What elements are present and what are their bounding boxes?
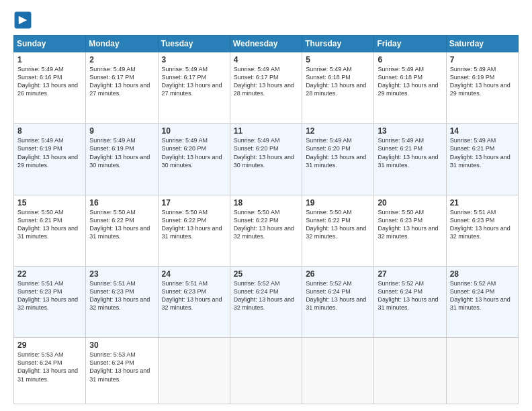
day-info: Sunrise: 5:53 AM Sunset: 6:24 PM Dayligh… (89, 351, 154, 383)
calendar-cell: 22 Sunrise: 5:51 AM Sunset: 6:23 PM Dayl… (14, 266, 86, 337)
week-row-5: 29 Sunrise: 5:53 AM Sunset: 6:24 PM Dayl… (14, 338, 519, 404)
day-info: Sunrise: 5:53 AM Sunset: 6:24 PM Dayligh… (17, 351, 82, 383)
calendar-cell: 30 Sunrise: 5:53 AM Sunset: 6:24 PM Dayl… (86, 338, 158, 404)
day-info: Sunrise: 5:50 AM Sunset: 6:22 PM Dayligh… (89, 208, 154, 241)
day-info: Sunrise: 5:49 AM Sunset: 6:16 PM Dayligh… (17, 65, 82, 98)
calendar-cell (158, 338, 230, 404)
day-number: 3 (162, 55, 226, 64)
day-info: Sunrise: 5:51 AM Sunset: 6:23 PM Dayligh… (17, 279, 82, 312)
calendar-cell: 12 Sunrise: 5:49 AM Sunset: 6:20 PM Dayl… (302, 124, 374, 195)
day-number: 15 (17, 198, 82, 208)
weekday-header-row: SundayMondayTuesdayWednesdayThursdayFrid… (14, 36, 519, 52)
calendar-cell: 18 Sunrise: 5:50 AM Sunset: 6:22 PM Dayl… (230, 195, 302, 266)
day-info: Sunrise: 5:52 AM Sunset: 6:24 PM Dayligh… (378, 279, 442, 312)
day-info: Sunrise: 5:50 AM Sunset: 6:21 PM Dayligh… (17, 208, 82, 241)
calendar-cell: 1 Sunrise: 5:49 AM Sunset: 6:16 PM Dayli… (14, 52, 86, 124)
day-number: 23 (89, 269, 154, 279)
calendar-cell: 8 Sunrise: 5:49 AM Sunset: 6:19 PM Dayli… (14, 124, 86, 195)
calendar-cell: 26 Sunrise: 5:52 AM Sunset: 6:24 PM Dayl… (302, 266, 374, 337)
calendar-cell: 10 Sunrise: 5:49 AM Sunset: 6:20 PM Dayl… (158, 124, 230, 195)
header (13, 11, 519, 30)
day-info: Sunrise: 5:51 AM Sunset: 6:23 PM Dayligh… (89, 279, 154, 312)
week-row-1: 1 Sunrise: 5:49 AM Sunset: 6:16 PM Dayli… (14, 52, 519, 124)
calendar-cell: 14 Sunrise: 5:49 AM Sunset: 6:21 PM Dayl… (446, 124, 518, 195)
day-info: Sunrise: 5:50 AM Sunset: 6:22 PM Dayligh… (162, 208, 226, 241)
day-number: 5 (306, 55, 370, 64)
calendar-cell: 27 Sunrise: 5:52 AM Sunset: 6:24 PM Dayl… (374, 266, 446, 337)
day-number: 30 (89, 340, 154, 350)
day-info: Sunrise: 5:49 AM Sunset: 6:20 PM Dayligh… (162, 136, 226, 169)
calendar-cell: 13 Sunrise: 5:49 AM Sunset: 6:21 PM Dayl… (374, 124, 446, 195)
day-info: Sunrise: 5:49 AM Sunset: 6:20 PM Dayligh… (306, 136, 370, 169)
calendar-cell: 23 Sunrise: 5:51 AM Sunset: 6:23 PM Dayl… (86, 266, 158, 337)
day-info: Sunrise: 5:49 AM Sunset: 6:19 PM Dayligh… (17, 136, 82, 169)
weekday-header-saturday: Saturday (446, 36, 518, 52)
day-number: 7 (450, 55, 515, 64)
logo (13, 11, 35, 30)
day-info: Sunrise: 5:49 AM Sunset: 6:18 PM Dayligh… (306, 65, 370, 98)
day-info: Sunrise: 5:52 AM Sunset: 6:24 PM Dayligh… (450, 279, 515, 312)
calendar-cell: 2 Sunrise: 5:49 AM Sunset: 6:17 PM Dayli… (86, 52, 158, 124)
day-number: 9 (89, 126, 154, 136)
week-row-4: 22 Sunrise: 5:51 AM Sunset: 6:23 PM Dayl… (14, 266, 519, 337)
calendar-cell: 28 Sunrise: 5:52 AM Sunset: 6:24 PM Dayl… (446, 266, 518, 337)
calendar-cell: 19 Sunrise: 5:50 AM Sunset: 6:22 PM Dayl… (302, 195, 374, 266)
day-info: Sunrise: 5:49 AM Sunset: 6:18 PM Dayligh… (378, 65, 442, 98)
day-number: 2 (89, 55, 154, 64)
calendar-cell: 15 Sunrise: 5:50 AM Sunset: 6:21 PM Dayl… (14, 195, 86, 266)
day-number: 28 (450, 269, 515, 279)
day-number: 10 (162, 126, 226, 136)
calendar-cell: 21 Sunrise: 5:51 AM Sunset: 6:23 PM Dayl… (446, 195, 518, 266)
day-number: 4 (234, 55, 298, 64)
day-info: Sunrise: 5:49 AM Sunset: 6:19 PM Dayligh… (89, 136, 154, 169)
day-number: 18 (234, 198, 298, 208)
calendar-cell: 25 Sunrise: 5:52 AM Sunset: 6:24 PM Dayl… (230, 266, 302, 337)
day-info: Sunrise: 5:52 AM Sunset: 6:24 PM Dayligh… (234, 279, 298, 312)
day-number: 1 (17, 55, 82, 64)
day-number: 6 (378, 55, 442, 64)
day-info: Sunrise: 5:49 AM Sunset: 6:17 PM Dayligh… (89, 65, 154, 98)
calendar-cell (374, 338, 446, 404)
day-info: Sunrise: 5:49 AM Sunset: 6:17 PM Dayligh… (162, 65, 226, 98)
day-info: Sunrise: 5:49 AM Sunset: 6:21 PM Dayligh… (450, 136, 515, 169)
day-number: 21 (450, 198, 515, 208)
day-info: Sunrise: 5:50 AM Sunset: 6:22 PM Dayligh… (234, 208, 298, 241)
calendar-cell: 17 Sunrise: 5:50 AM Sunset: 6:22 PM Dayl… (158, 195, 230, 266)
calendar-cell: 29 Sunrise: 5:53 AM Sunset: 6:24 PM Dayl… (14, 338, 86, 404)
day-number: 19 (306, 198, 370, 208)
calendar-cell: 16 Sunrise: 5:50 AM Sunset: 6:22 PM Dayl… (86, 195, 158, 266)
day-info: Sunrise: 5:51 AM Sunset: 6:23 PM Dayligh… (450, 208, 515, 241)
calendar-cell: 3 Sunrise: 5:49 AM Sunset: 6:17 PM Dayli… (158, 52, 230, 124)
calendar-cell: 5 Sunrise: 5:49 AM Sunset: 6:18 PM Dayli… (302, 52, 374, 124)
day-info: Sunrise: 5:50 AM Sunset: 6:22 PM Dayligh… (306, 208, 370, 241)
calendar-cell: 7 Sunrise: 5:49 AM Sunset: 6:19 PM Dayli… (446, 52, 518, 124)
weekday-header-wednesday: Wednesday (230, 36, 302, 52)
calendar-cell (302, 338, 374, 404)
day-number: 25 (234, 269, 298, 279)
logo-icon (13, 11, 32, 30)
page: SundayMondayTuesdayWednesdayThursdayFrid… (0, 0, 532, 411)
calendar-cell: 24 Sunrise: 5:51 AM Sunset: 6:23 PM Dayl… (158, 266, 230, 337)
calendar-table: SundayMondayTuesdayWednesdayThursdayFrid… (13, 35, 519, 404)
day-info: Sunrise: 5:52 AM Sunset: 6:24 PM Dayligh… (306, 279, 370, 312)
day-number: 8 (17, 126, 82, 136)
day-number: 16 (89, 198, 154, 208)
day-info: Sunrise: 5:49 AM Sunset: 6:19 PM Dayligh… (450, 65, 515, 98)
day-info: Sunrise: 5:51 AM Sunset: 6:23 PM Dayligh… (162, 279, 226, 312)
calendar-cell (446, 338, 518, 404)
week-row-3: 15 Sunrise: 5:50 AM Sunset: 6:21 PM Dayl… (14, 195, 519, 266)
calendar-cell: 6 Sunrise: 5:49 AM Sunset: 6:18 PM Dayli… (374, 52, 446, 124)
day-number: 14 (450, 126, 515, 136)
calendar-cell (230, 338, 302, 404)
calendar-cell: 20 Sunrise: 5:50 AM Sunset: 6:23 PM Dayl… (374, 195, 446, 266)
weekday-header-monday: Monday (86, 36, 158, 52)
calendar-cell: 4 Sunrise: 5:49 AM Sunset: 6:17 PM Dayli… (230, 52, 302, 124)
day-number: 20 (378, 198, 442, 208)
day-number: 26 (306, 269, 370, 279)
weekday-header-sunday: Sunday (14, 36, 86, 52)
day-number: 29 (17, 340, 82, 350)
day-number: 13 (378, 126, 442, 136)
day-number: 17 (162, 198, 226, 208)
calendar-cell: 11 Sunrise: 5:49 AM Sunset: 6:20 PM Dayl… (230, 124, 302, 195)
day-info: Sunrise: 5:50 AM Sunset: 6:23 PM Dayligh… (378, 208, 442, 241)
